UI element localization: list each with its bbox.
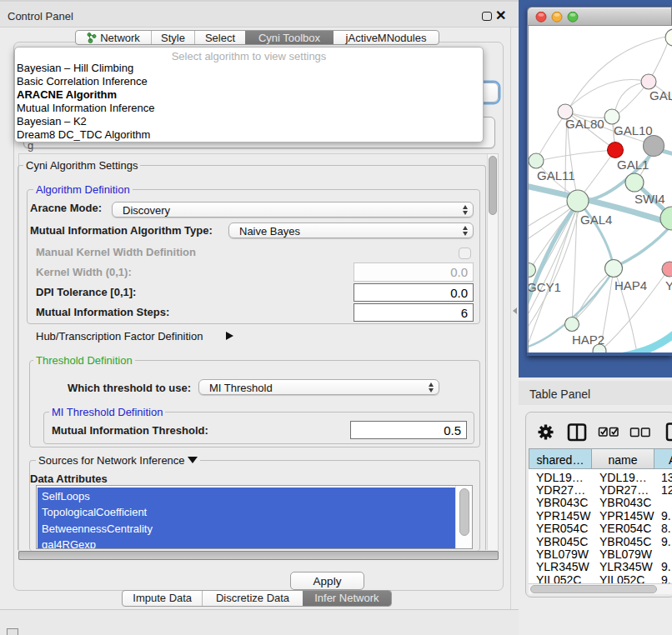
- svg-text:GCY1: GCY1: [529, 280, 561, 294]
- svg-text:GAL11: GAL11: [537, 168, 575, 182]
- svg-text:Y: Y: [665, 278, 672, 292]
- svg-text:GAL1: GAL1: [617, 158, 649, 172]
- svg-text:GAL10: GAL10: [614, 123, 653, 138]
- svg-text:GAL4: GAL4: [580, 212, 612, 227]
- svg-text:SWI4: SWI4: [634, 192, 665, 206]
- svg-text:HAP2: HAP2: [572, 332, 604, 347]
- svg-text:HAP4: HAP4: [614, 278, 647, 292]
- svg-text:GAL80: GAL80: [565, 117, 604, 131]
- svg-text:GAL7: GAL7: [649, 88, 672, 102]
